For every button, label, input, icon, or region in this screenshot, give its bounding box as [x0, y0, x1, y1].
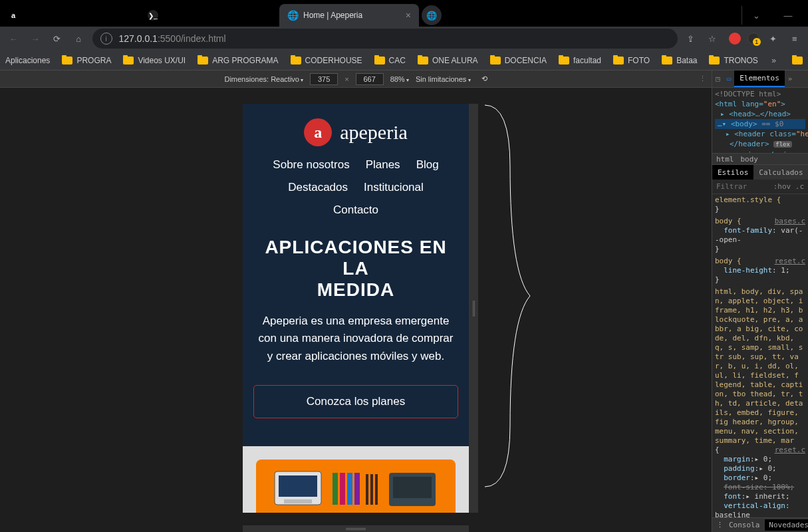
folder-icon — [490, 57, 501, 65]
devtools-panel: ◳ ▭ Elementos » <!DOCTYPE html> <html la… — [712, 70, 808, 532]
extensions-puzzle-icon[interactable]: ✦ — [765, 29, 781, 48]
nav-link[interactable]: Contacto — [333, 203, 378, 217]
tab-styles[interactable]: Estilos — [712, 165, 753, 180]
tab-elements[interactable]: Elementos — [734, 70, 785, 87]
folder-icon — [291, 57, 301, 65]
bookmark-progra[interactable]: PROGRA — [62, 56, 111, 65]
hero-illustration — [243, 446, 469, 513]
favicon-globe-icon: 🌐 — [426, 11, 437, 21]
nav-back-button[interactable]: ← — [5, 29, 22, 48]
console-drawer-tabs: ⋮ Consola Novedades × — [712, 517, 808, 532]
extension-icon-1[interactable] — [729, 33, 741, 45]
site-nav: Sobre nosotros Planes Blog Destacados In… — [243, 156, 469, 227]
tab-close-icon[interactable]: × — [406, 10, 411, 21]
bookmark-cac[interactable]: CAC — [374, 56, 406, 65]
site-logo: a apeperia — [243, 104, 469, 156]
dimensions-dropdown[interactable]: Dimensiones: Reactivo — [224, 75, 303, 83]
device-toggle-icon[interactable]: ▭ — [724, 74, 735, 83]
svg-rect-8 — [370, 474, 373, 505]
width-input[interactable] — [310, 73, 338, 85]
svg-rect-4 — [340, 473, 345, 505]
page-preview[interactable]: a apeperia Sobre nosotros Planes Blog De… — [243, 104, 469, 513]
device-viewport-area: Dimensiones: Reactivo × 88% Sin limitaci… — [0, 70, 712, 532]
resize-handle-bottom[interactable] — [243, 525, 469, 532]
tabs-overflow-icon[interactable]: » — [785, 74, 796, 83]
svg-rect-2 — [284, 499, 312, 503]
bookmark-tronos[interactable]: TRONOS — [709, 56, 757, 65]
devtools-tabstrip: ◳ ▭ Elementos » — [712, 70, 808, 88]
hero-subtitle: Apeperia es una empresa emergentecon una… — [243, 303, 469, 385]
dom-tree[interactable]: <!DOCTYPE html> <html lang="en"> ▸ <head… — [712, 88, 808, 153]
styles-pane[interactable]: element.style {} body {bases.c font-fami… — [712, 194, 808, 517]
zoom-dropdown[interactable]: 88% — [390, 75, 409, 83]
tab-3-active[interactable]: 🌐 Home | Apeperia × — [279, 4, 419, 27]
resize-handle-right[interactable] — [469, 104, 478, 513]
svg-rect-1 — [279, 475, 317, 497]
hov-toggle[interactable]: :hov .c — [773, 182, 804, 191]
folder-icon — [709, 57, 720, 65]
nav-link[interactable]: Blog — [416, 158, 439, 172]
tab-computed[interactable]: Calculados — [753, 165, 808, 180]
nav-link[interactable]: Planes — [366, 158, 400, 172]
nav-forward-button[interactable]: → — [27, 29, 44, 48]
inspect-icon[interactable]: ◳ — [712, 74, 724, 83]
favicon-a-icon: a — [8, 10, 19, 21]
extension-icon-2[interactable] — [747, 33, 759, 45]
folder-icon — [792, 57, 803, 65]
nav-link[interactable]: Institucional — [364, 181, 424, 194]
bookmark-videos[interactable]: Videos UX/UI — [123, 56, 186, 65]
bookmark-foto[interactable]: FOTO — [613, 56, 650, 65]
browser-tab-strip: a ❯_ 🌐 Home | Apeperia × 🌐 ⌄ — — [0, 0, 808, 27]
bookmark-bataa[interactable]: Bataa — [662, 56, 697, 65]
device-menu-icon[interactable]: ⋮ — [699, 74, 706, 83]
favicon-globe-icon: 🌐 — [287, 10, 298, 21]
favicon-terminal-icon: ❯_ — [148, 10, 158, 21]
throttle-dropdown[interactable]: Sin limitaciones — [416, 75, 471, 83]
height-input[interactable] — [356, 73, 384, 85]
tab-title: Home | Apeperia — [303, 11, 362, 20]
svg-rect-7 — [366, 474, 368, 505]
folder-icon — [374, 57, 385, 65]
tabs-dropdown-button[interactable]: ⌄ — [741, 6, 771, 25]
share-icon[interactable]: ⇪ — [683, 29, 700, 48]
svg-rect-11 — [393, 477, 432, 498]
bookmarks-overflow-button[interactable]: » — [771, 56, 776, 65]
rotate-icon[interactable]: ⟲ — [481, 74, 487, 83]
cta-button[interactable]: Conozca los planes — [253, 385, 458, 418]
svg-rect-9 — [375, 474, 378, 505]
drawer-menu-icon[interactable]: ⋮ — [716, 521, 724, 529]
nav-home-button[interactable]: ⌂ — [70, 29, 87, 48]
address-bar[interactable]: i 127.0.0.1:5500/index.html — [92, 29, 678, 49]
hero-title: APLICACIONES EN LAMEDIDA — [243, 227, 469, 303]
nav-link[interactable]: Sobre nosotros — [273, 158, 349, 172]
styles-filter-row: :hov .c — [712, 180, 808, 194]
illustration-icon — [256, 460, 456, 513]
url-path: /index.html — [181, 33, 226, 44]
folder-icon — [123, 57, 134, 65]
tab-4[interactable]: 🌐 — [422, 5, 442, 25]
bookmark-star-icon[interactable]: ☆ — [704, 29, 721, 48]
tab-1[interactable]: a — [0, 4, 140, 27]
site-info-icon[interactable]: i — [100, 33, 112, 45]
bookmark-docencia[interactable]: DOCENCIA — [490, 56, 547, 65]
bookmark-facultad[interactable]: facultad — [559, 56, 601, 65]
styles-filter-input[interactable] — [716, 182, 756, 191]
tab-2[interactable]: ❯_ — [140, 4, 279, 27]
logo-badge-icon: a — [304, 118, 332, 146]
svg-rect-3 — [333, 473, 338, 505]
bookmark-arg[interactable]: ARG PROGRAMA — [198, 56, 278, 65]
tab-whatsnew[interactable]: Novedades — [765, 519, 808, 531]
overflow-menu-icon[interactable]: ≡ — [786, 29, 803, 48]
url-port: :5500 — [158, 33, 181, 44]
device-toolbar: Dimensiones: Reactivo × 88% Sin limitaci… — [0, 70, 712, 88]
nav-reload-button[interactable]: ⟳ — [49, 29, 65, 48]
folder-icon — [613, 57, 624, 65]
bookmark-alura[interactable]: ONE ALURA — [418, 56, 478, 65]
tab-console[interactable]: Consola — [729, 521, 759, 529]
bookmark-aplicaciones[interactable]: Aplicaciones — [5, 56, 50, 65]
dom-breadcrumbs[interactable]: htmlbody — [712, 153, 808, 165]
window-minimize-button[interactable]: — — [773, 6, 803, 25]
bookmark-coder[interactable]: CODERHOUSE — [291, 56, 362, 65]
nav-link[interactable]: Destacados — [288, 181, 348, 194]
svg-rect-6 — [354, 473, 360, 505]
